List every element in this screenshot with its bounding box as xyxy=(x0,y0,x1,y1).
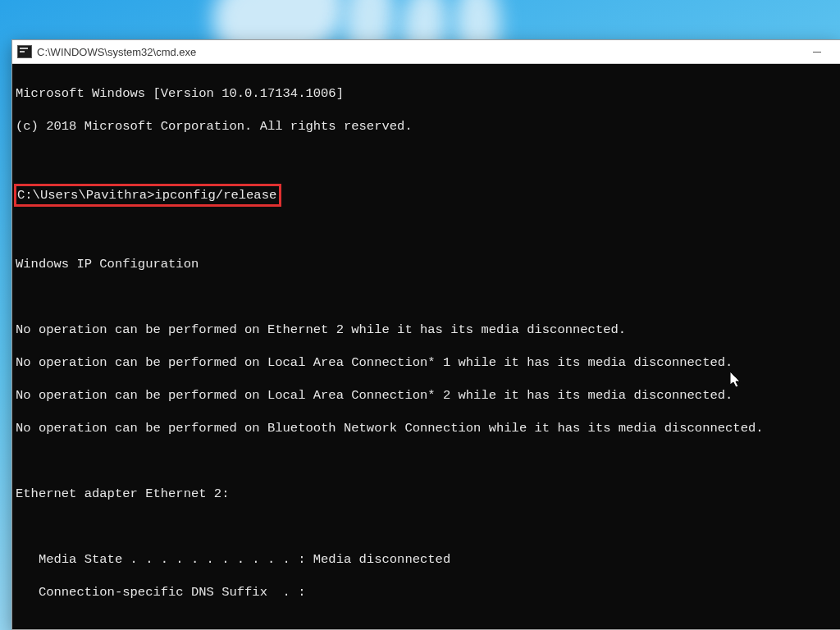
terminal-output[interactable]: Microsoft Windows [Version 10.0.17134.10… xyxy=(12,64,840,629)
output-line: No operation can be performed on Local A… xyxy=(16,354,837,371)
blank-line xyxy=(16,617,837,629)
cmd-icon xyxy=(17,45,32,58)
output-line: No operation can be performed on Bluetoo… xyxy=(16,420,837,436)
prompt-line: C:\Users\Pavithra>ipconfig/release xyxy=(16,184,837,207)
blank-line xyxy=(16,223,837,240)
window-title: C:\WINDOWS\system32\cmd.exe xyxy=(37,46,196,58)
blank-line xyxy=(16,453,837,469)
minimize-button[interactable] xyxy=(799,40,835,63)
highlighted-command: C:\Users\Pavithra>ipconfig/release xyxy=(14,184,281,207)
output-line: No operation can be performed on Local A… xyxy=(16,387,837,404)
cmd-window[interactable]: C:\WINDOWS\system32\cmd.exe Microsoft Wi… xyxy=(11,39,840,630)
adapter-title: Ethernet adapter Ethernet 2: xyxy=(16,486,837,502)
output-line: No operation can be performed on Etherne… xyxy=(16,322,837,338)
banner-line: Microsoft Windows [Version 10.0.17134.10… xyxy=(16,85,837,102)
svg-marker-0 xyxy=(730,372,740,387)
banner-line: (c) 2018 Microsoft Corporation. All righ… xyxy=(16,118,837,135)
output-line: Media State . . . . . . . . . . . : Medi… xyxy=(16,551,837,568)
blank-line xyxy=(16,289,837,305)
section-heading: Windows IP Configuration xyxy=(16,256,837,272)
title-bar[interactable]: C:\WINDOWS\system32\cmd.exe xyxy=(12,40,840,64)
blank-line xyxy=(16,151,837,167)
blank-line xyxy=(16,518,837,535)
output-line: Connection-specific DNS Suffix . : xyxy=(16,584,837,600)
